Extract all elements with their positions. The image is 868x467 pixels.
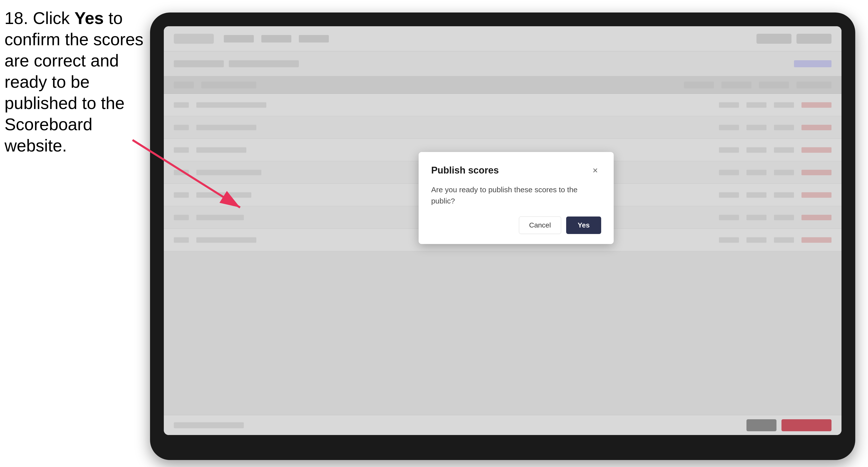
modal-close-button[interactable]: ×: [589, 164, 601, 177]
instruction-prefix: Click: [28, 8, 74, 28]
tablet-device: Publish scores × Are you ready to publis…: [150, 12, 855, 460]
modal-title: Publish scores: [431, 165, 499, 176]
instruction-suffix: to confirm the scores are correct and re…: [4, 8, 144, 155]
modal-dialog: Publish scores × Are you ready to publis…: [418, 152, 614, 244]
modal-header: Publish scores ×: [431, 164, 601, 177]
modal-footer: Cancel Yes: [431, 217, 601, 234]
cancel-button[interactable]: Cancel: [519, 217, 561, 234]
instruction-text: 18. Click Yes to confirm the scores are …: [4, 7, 145, 156]
modal-message: Are you ready to publish these scores to…: [431, 184, 601, 207]
tablet-screen: Publish scores × Are you ready to publis…: [164, 26, 841, 435]
modal-overlay: Publish scores × Are you ready to publis…: [164, 26, 841, 435]
step-number: 18.: [4, 8, 28, 28]
instruction-bold: Yes: [74, 8, 104, 28]
yes-button[interactable]: Yes: [566, 217, 601, 234]
modal-body: Are you ready to publish these scores to…: [431, 184, 601, 207]
